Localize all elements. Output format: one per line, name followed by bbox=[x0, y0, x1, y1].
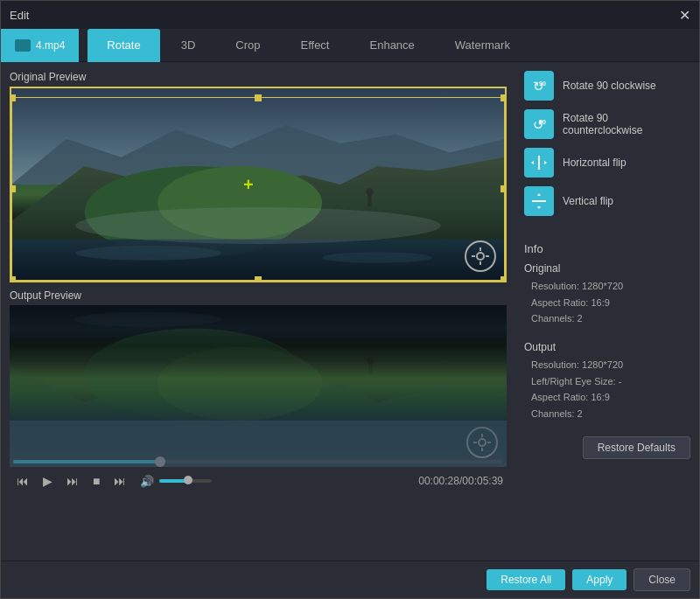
nav-tabs: Rotate 3D Crop Effect Enhance Watermark bbox=[88, 29, 529, 62]
next-button[interactable]: ⏭ bbox=[110, 472, 130, 490]
output-info-group: Output Resolution: 1280*720 Left/Right E… bbox=[524, 341, 690, 422]
rotate-ccw-label: Rotate 90 counterclockwise bbox=[563, 112, 690, 136]
original-aspect: Aspect Ratio: 16:9 bbox=[524, 295, 690, 311]
flip-h-option[interactable]: Horizontal flip bbox=[524, 148, 690, 178]
progress-track bbox=[13, 460, 503, 463]
handle-bl[interactable] bbox=[11, 276, 16, 281]
flip-v-label: Vertical flip bbox=[563, 195, 613, 207]
apply-button[interactable]: Apply bbox=[572, 569, 626, 590]
output-info-label: Output bbox=[524, 341, 690, 353]
svg-text:90: 90 bbox=[539, 80, 546, 87]
crosshair: + bbox=[243, 175, 254, 195]
restore-all-button[interactable]: Restore All bbox=[486, 569, 565, 590]
svg-point-17 bbox=[74, 312, 221, 327]
rotate-ccw-svg: ↺ 90 bbox=[530, 115, 548, 133]
tab-enhance[interactable]: Enhance bbox=[351, 29, 434, 62]
file-tab-label: 4.mp4 bbox=[36, 39, 65, 52]
svg-rect-16 bbox=[10, 305, 507, 338]
output-eye-size: Left/Right Eye Size: - bbox=[524, 373, 690, 390]
edit-window: Edit ✕ 4.mp4 Rotate 3D Crop Effect Enhan… bbox=[0, 0, 700, 599]
output-preview-label: Output Preview bbox=[10, 289, 507, 302]
title-bar: Edit ✕ bbox=[1, 1, 699, 29]
tab-crop[interactable]: Crop bbox=[216, 29, 279, 62]
handle-mr[interactable] bbox=[500, 185, 505, 192]
restore-defaults-row: Restore Defaults bbox=[524, 436, 690, 463]
tab-3d[interactable]: 3D bbox=[162, 29, 215, 62]
main-content: Original Preview bbox=[1, 62, 699, 561]
right-panel: ↻ 90 Rotate 90 clockwise ↺ 90 Rotate 90 … bbox=[515, 62, 699, 561]
svg-marker-36 bbox=[544, 161, 547, 164]
svg-rect-23 bbox=[368, 361, 372, 374]
window-close-button[interactable]: ✕ bbox=[679, 7, 690, 24]
progress-fill bbox=[13, 460, 160, 463]
restore-defaults-button[interactable]: Restore Defaults bbox=[583, 436, 690, 459]
original-preview-container: + bbox=[10, 87, 507, 282]
output-settings-svg bbox=[473, 434, 491, 451]
svg-point-20 bbox=[157, 347, 322, 421]
rotate-cw-label: Rotate 90 clockwise bbox=[563, 80, 656, 92]
handle-tc[interactable] bbox=[255, 94, 262, 101]
flip-v-svg bbox=[530, 192, 548, 210]
controls-bar: ⏮ ▶ ⏭ ■ ⏭ 🔊 00:00:28/00:05:39 bbox=[10, 467, 507, 495]
info-section: Info Original Resolution: 1280*720 Aspec… bbox=[524, 242, 690, 463]
tab-effect[interactable]: Effect bbox=[281, 29, 348, 62]
svg-rect-22 bbox=[10, 305, 507, 467]
progress-bar[interactable] bbox=[10, 460, 507, 463]
play-button[interactable]: ▶ bbox=[39, 472, 56, 490]
svg-point-11 bbox=[477, 253, 484, 260]
skip-back-button[interactable]: ⏮ bbox=[13, 472, 32, 490]
handle-ml[interactable] bbox=[11, 185, 16, 192]
original-preview-image: + bbox=[11, 88, 505, 281]
skip-fwd-button[interactable]: ⏭ bbox=[63, 472, 82, 490]
flip-h-icon-box bbox=[524, 148, 554, 178]
file-icon bbox=[15, 39, 31, 52]
original-info-label: Original bbox=[524, 262, 690, 275]
volume-area: 🔊 bbox=[140, 475, 212, 488]
rotate-cw-svg: ↻ 90 bbox=[530, 77, 548, 94]
output-channels: Channels: 2 bbox=[524, 406, 690, 422]
rotate-cw-icon-box: ↻ 90 bbox=[524, 71, 554, 101]
original-channels: Channels: 2 bbox=[524, 310, 690, 327]
output-settings-icon[interactable] bbox=[466, 427, 498, 458]
handle-tl[interactable] bbox=[11, 94, 16, 101]
window-title: Edit bbox=[10, 9, 29, 22]
output-aspect: Aspect Ratio: 16:9 bbox=[524, 389, 690, 406]
file-tab[interactable]: 4.mp4 bbox=[1, 29, 79, 62]
flip-h-svg bbox=[530, 154, 548, 171]
handle-tr[interactable] bbox=[500, 94, 505, 101]
stop-button[interactable]: ■ bbox=[89, 472, 103, 490]
rotate-ccw-icon-box: ↺ 90 bbox=[524, 109, 554, 139]
rotate-cw-option[interactable]: ↻ 90 Rotate 90 clockwise bbox=[524, 71, 690, 101]
svg-marker-39 bbox=[537, 206, 541, 209]
svg-point-19 bbox=[83, 329, 304, 421]
settings-overlay-icon[interactable] bbox=[465, 240, 496, 272]
flip-v-icon-box bbox=[524, 186, 554, 216]
volume-thumb[interactable] bbox=[184, 476, 192, 484]
bottom-bar: Restore All Apply Close bbox=[1, 561, 699, 598]
time-display: 00:00:28/00:05:39 bbox=[418, 475, 503, 487]
tab-watermark[interactable]: Watermark bbox=[436, 29, 529, 62]
original-info-group: Original Resolution: 1280*720 Aspect Rat… bbox=[524, 262, 690, 327]
svg-marker-38 bbox=[537, 193, 541, 196]
rotate-ccw-option[interactable]: ↺ 90 Rotate 90 counterclockwise bbox=[524, 109, 690, 139]
tab-rotate[interactable]: Rotate bbox=[88, 29, 159, 62]
handle-bc[interactable] bbox=[255, 276, 262, 281]
progress-thumb[interactable] bbox=[155, 456, 165, 467]
close-button[interactable]: Close bbox=[634, 568, 690, 591]
output-landscape-svg bbox=[10, 305, 507, 467]
info-title: Info bbox=[524, 242, 690, 255]
svg-marker-35 bbox=[531, 161, 534, 164]
original-resolution: Resolution: 1280*720 bbox=[524, 278, 690, 295]
settings-svg bbox=[472, 247, 489, 265]
left-panel: Original Preview bbox=[1, 62, 515, 561]
svg-rect-21 bbox=[10, 421, 507, 467]
svg-point-24 bbox=[367, 357, 374, 364]
output-resolution: Resolution: 1280*720 bbox=[524, 357, 690, 373]
selection-box bbox=[11, 97, 505, 281]
handle-br[interactable] bbox=[500, 276, 505, 281]
volume-track[interactable] bbox=[159, 479, 212, 483]
svg-point-25 bbox=[479, 439, 486, 446]
flip-v-option[interactable]: Vertical flip bbox=[524, 186, 690, 216]
volume-icon: 🔊 bbox=[140, 475, 154, 488]
rotate-options: ↻ 90 Rotate 90 clockwise ↺ 90 Rotate 90 … bbox=[524, 71, 690, 216]
